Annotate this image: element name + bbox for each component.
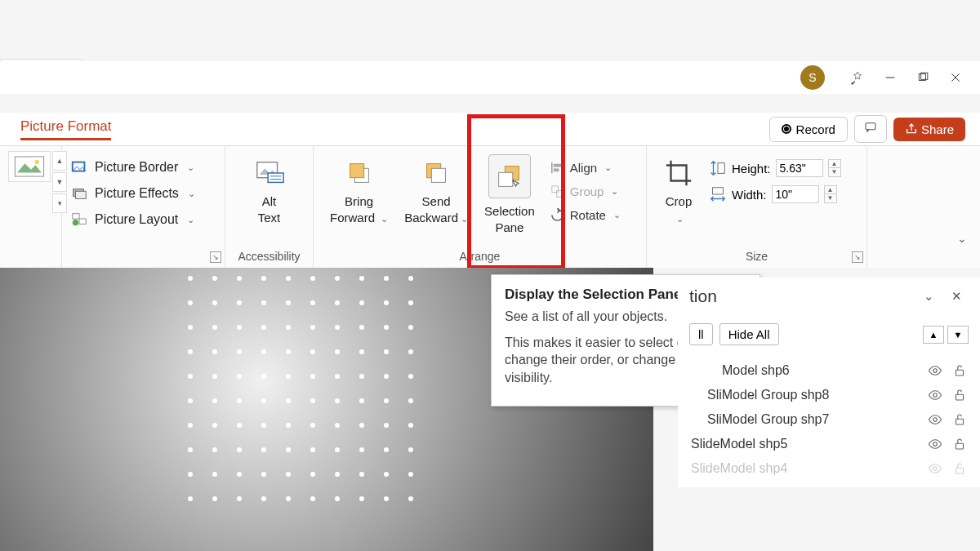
share-button[interactable]: Share xyxy=(893,118,965,141)
style-thumbnail[interactable] xyxy=(8,151,51,182)
dialog-launcher-icon[interactable]: ↘ xyxy=(852,251,863,263)
svg-rect-27 xyxy=(554,164,562,167)
send-backward-button[interactable]: SendBackward⌄ xyxy=(396,151,476,225)
svg-rect-21 xyxy=(350,164,363,178)
svg-rect-23 xyxy=(431,168,445,182)
size-group-label: Size xyxy=(647,250,866,263)
selection-item[interactable]: Model shp6 xyxy=(689,358,969,383)
width-label: Width: xyxy=(732,188,767,202)
chevron-down-icon: ⌄ xyxy=(676,214,684,224)
dot-pattern xyxy=(188,276,433,521)
ribbon-right-controls: Record Share xyxy=(769,115,965,143)
tab-picture-format[interactable]: Picture Format xyxy=(20,118,111,140)
picture-layout-label: Picture Layout xyxy=(95,212,178,227)
selection-item-label: SliModel Group shp8 xyxy=(707,388,829,402)
visibility-icon[interactable] xyxy=(928,388,942,402)
close-button[interactable] xyxy=(939,61,972,94)
svg-point-8 xyxy=(35,160,40,165)
hide-all-button[interactable]: Hide All xyxy=(719,323,779,345)
crop-button[interactable]: Crop⌄ xyxy=(655,151,702,225)
width-row: Width: ▲▼ xyxy=(709,185,841,203)
svg-rect-31 xyxy=(718,163,724,174)
dialog-launcher-icon[interactable]: ↘ xyxy=(210,251,221,263)
bring-forward-label-1: Bring xyxy=(345,194,373,208)
arrange-group: BringForward ⌄ SendBackward⌄ SelectionPa… xyxy=(314,146,647,268)
move-down-icon[interactable]: ▼ xyxy=(947,326,969,344)
maximize-button[interactable] xyxy=(906,61,939,94)
group-button: Group ⌄ xyxy=(546,180,624,203)
collapse-pane-icon[interactable]: ⌄ xyxy=(916,284,941,309)
width-input[interactable] xyxy=(772,185,819,203)
lock-icon[interactable] xyxy=(952,363,967,378)
svg-rect-25 xyxy=(499,172,513,186)
lock-icon[interactable] xyxy=(952,412,967,427)
accessibility-group-label: Accessibility xyxy=(225,250,313,263)
user-avatar[interactable]: S xyxy=(800,65,825,90)
svg-rect-30 xyxy=(556,191,563,198)
selection-item[interactable]: SlideModel shp4 xyxy=(689,456,969,481)
svg-rect-13 xyxy=(79,219,86,224)
svg-rect-5 xyxy=(866,123,875,130)
ribbon: ▲ ▼ ▾ Picture Border ⌄ Picture Effects ⌄… xyxy=(0,145,980,268)
chevron-down-icon: ⌄ xyxy=(604,162,612,173)
rotate-button[interactable]: Rotate ⌄ xyxy=(546,203,624,227)
selection-item-label: Model shp6 xyxy=(722,363,790,378)
visibility-icon[interactable] xyxy=(928,412,942,427)
svg-rect-32 xyxy=(713,188,724,194)
picture-layout-button[interactable]: Picture Layout ⌄ xyxy=(67,207,220,233)
minimize-button[interactable] xyxy=(874,61,906,94)
visibility-icon[interactable] xyxy=(928,437,942,451)
chevron-down-icon: ⌄ xyxy=(187,162,194,173)
selection-item[interactable]: SliModel Group shp7 xyxy=(689,407,969,432)
picture-effects-button[interactable]: Picture Effects ⌄ xyxy=(67,180,220,207)
comments-button[interactable] xyxy=(854,115,887,143)
selection-item[interactable]: SlideModel shp5 xyxy=(689,432,969,456)
svg-rect-40 xyxy=(956,443,964,449)
height-row: Height: ▲▼ xyxy=(709,159,841,177)
chevron-down-icon: ⌄ xyxy=(187,215,194,225)
svg-point-39 xyxy=(933,442,938,447)
lock-icon[interactable] xyxy=(952,437,967,451)
picture-border-button[interactable]: Picture Border ⌄ xyxy=(67,154,220,180)
lock-icon[interactable] xyxy=(952,388,967,402)
move-up-icon[interactable]: ▲ xyxy=(923,326,944,344)
svg-rect-17 xyxy=(268,173,283,182)
svg-rect-42 xyxy=(956,468,964,473)
collapse-ribbon-icon[interactable]: ⌄ xyxy=(957,232,967,245)
align-button[interactable]: Align ⌄ xyxy=(546,156,624,180)
alt-text-button[interactable]: AltText xyxy=(234,151,305,225)
width-spinner[interactable]: ▲▼ xyxy=(824,185,837,203)
lock-icon[interactable] xyxy=(952,461,967,476)
height-input[interactable] xyxy=(776,159,823,177)
svg-point-35 xyxy=(933,393,938,398)
titlebar: S xyxy=(0,61,980,94)
chevron-down-icon: ⌄ xyxy=(381,214,388,224)
group-label: Group xyxy=(570,184,604,198)
chevron-down-icon: ⌄ xyxy=(613,210,621,220)
show-all-button[interactable]: ll xyxy=(689,323,713,345)
selection-pane-button[interactable]: SelectionPane xyxy=(476,151,543,235)
svg-point-14 xyxy=(73,220,78,225)
visibility-icon[interactable] xyxy=(928,461,942,476)
voice-icon[interactable] xyxy=(841,61,874,94)
selection-item[interactable]: SliModel Group shp8 xyxy=(689,383,969,407)
height-spinner[interactable]: ▲▼ xyxy=(828,159,841,177)
visibility-icon[interactable] xyxy=(928,363,942,378)
bring-forward-button[interactable]: BringForward ⌄ xyxy=(322,151,396,225)
selection-pane-label-2: Pane xyxy=(495,220,523,234)
send-backward-label-1: Send xyxy=(422,194,451,208)
close-pane-icon[interactable]: ✕ xyxy=(944,284,969,309)
align-label: Align xyxy=(570,161,597,175)
svg-point-41 xyxy=(933,467,938,471)
rotate-label: Rotate xyxy=(570,208,606,222)
selection-item-label: SlideModel shp5 xyxy=(691,437,787,451)
crop-label: Crop xyxy=(666,194,693,208)
record-button[interactable]: Record xyxy=(769,117,848,142)
style-gallery[interactable] xyxy=(8,151,51,184)
record-dot-icon xyxy=(782,124,791,134)
accessibility-group: AltText Accessibility xyxy=(225,146,314,268)
selection-pane-title: tion xyxy=(689,287,717,306)
chevron-down-icon: ⌄ xyxy=(461,214,468,224)
svg-rect-11 xyxy=(75,191,86,198)
svg-point-33 xyxy=(933,369,938,373)
